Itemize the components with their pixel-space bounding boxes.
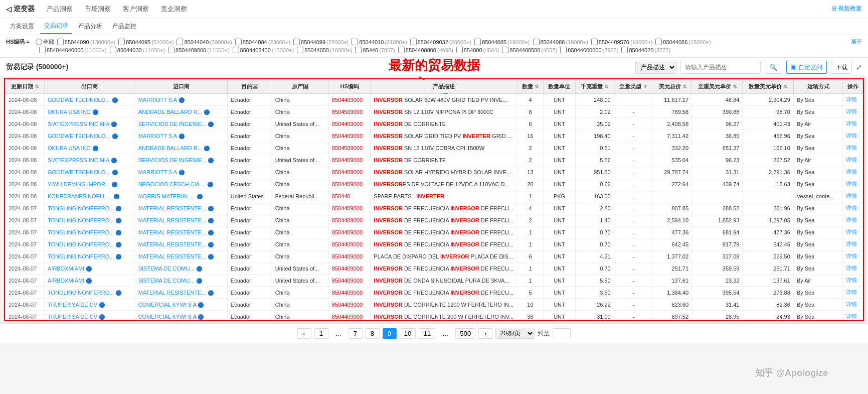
- hs-tag-6[interactable]: 8504409032(20000+): [410, 39, 472, 45]
- hs-tag-19[interactable]: 8504408500(4557): [502, 47, 557, 53]
- hs-checkbox-10[interactable]: [655, 39, 662, 45]
- hs-tag-11[interactable]: 854044040000(11000+): [39, 47, 107, 53]
- exporter-badge-icon[interactable]: 🔵: [99, 314, 105, 320]
- hs-tag-7[interactable]: 85044085(19000+): [474, 39, 530, 45]
- exporter-badge-icon[interactable]: 🔵: [92, 109, 98, 115]
- hs-tag-0[interactable]: 85044090(130000+): [57, 39, 115, 45]
- cell-hs-code[interactable]: 8504409000: [328, 130, 371, 142]
- exporter-badge-icon[interactable]: 🔵: [115, 206, 121, 211]
- exporter-badge-icon[interactable]: 🔵: [115, 290, 121, 296]
- cell-action[interactable]: 详情: [843, 202, 863, 214]
- importer-badge-icon[interactable]: 🔵: [196, 266, 202, 272]
- exporter-badge-icon[interactable]: 🔵: [92, 146, 98, 151]
- importer-badge-icon[interactable]: 🔵: [196, 278, 202, 284]
- cell-action[interactable]: 详情: [843, 275, 863, 287]
- hs-all-checkbox[interactable]: [36, 39, 42, 45]
- cell-action[interactable]: 详情: [843, 166, 863, 178]
- cell-action[interactable]: 详情: [843, 214, 863, 226]
- importer-badge-icon[interactable]: 🔵: [207, 182, 213, 187]
- cell-hs-code[interactable]: 8504409000: [328, 250, 371, 262]
- cell-action[interactable]: 详情: [843, 226, 863, 238]
- exporter-badge-icon[interactable]: 🔵: [115, 218, 121, 223]
- sort-kg-icon[interactable]: ⇅: [604, 84, 608, 89]
- importer-badge-icon[interactable]: 🔵: [208, 121, 214, 127]
- top-nav-market-insight[interactable]: 市场洞察: [85, 1, 111, 18]
- cell-hs-code[interactable]: 8504409000: [328, 238, 371, 250]
- hs-checkbox-2[interactable]: [177, 39, 183, 45]
- cell-action[interactable]: 详情: [843, 106, 863, 118]
- importer-badge-icon[interactable]: 🔵: [179, 170, 185, 175]
- cell-action[interactable]: 详情: [843, 178, 863, 190]
- search-button[interactable]: 🔍: [765, 61, 782, 74]
- importer-badge-icon[interactable]: 🔵: [198, 302, 204, 308]
- sort-usd-per-qty-icon[interactable]: ⇅: [783, 84, 787, 89]
- exporter-badge-icon[interactable]: 🔵: [111, 182, 117, 187]
- subnav-trade-records[interactable]: 交易记录: [40, 19, 72, 34]
- hs-tag-17[interactable]: 8504408800(4695): [398, 47, 453, 53]
- cell-action[interactable]: 详情: [843, 118, 863, 130]
- importer-badge-icon[interactable]: 🔵: [208, 290, 214, 296]
- importer-badge-icon[interactable]: 🔵: [208, 230, 214, 235]
- importer-badge-icon[interactable]: 🔵: [204, 109, 210, 115]
- hs-checkbox-15[interactable]: [297, 47, 303, 53]
- hs-checkbox-21[interactable]: [621, 47, 628, 53]
- cell-action[interactable]: 详情: [843, 311, 863, 321]
- cell-hs-code[interactable]: 8504509000: [328, 106, 371, 118]
- cell-action[interactable]: 详情: [843, 287, 863, 299]
- hs-tag-13[interactable]: 8504409000(11000+): [168, 47, 230, 53]
- importer-badge-icon[interactable]: 🔵: [179, 134, 185, 139]
- search-type-dropdown[interactable]: 产品描述: [635, 61, 676, 74]
- hs-checkbox-11[interactable]: [39, 47, 46, 53]
- hs-checkbox-7[interactable]: [474, 39, 481, 45]
- pagination-7[interactable]: 7: [349, 328, 363, 339]
- importer-badge-icon[interactable]: 🔵: [208, 158, 214, 163]
- cell-action[interactable]: 详情: [843, 190, 863, 202]
- hs-tag-20[interactable]: 85044000000(3923): [560, 47, 618, 53]
- exporter-badge-icon[interactable]: 🔵: [115, 254, 121, 259]
- hs-tag-2[interactable]: 85044040(39000+): [177, 39, 232, 45]
- exporter-badge-icon[interactable]: 🔵: [99, 302, 105, 308]
- importer-badge-icon[interactable]: 🔵: [208, 242, 214, 247]
- page-size-selector[interactable]: 20条/页 50条/页 100条/页: [495, 328, 535, 339]
- cell-hs-code[interactable]: 8504409000: [328, 287, 371, 299]
- pagination-8[interactable]: 8: [366, 328, 380, 339]
- hs-checkbox-17[interactable]: [398, 47, 405, 53]
- hs-checkbox-4[interactable]: [293, 39, 300, 45]
- back-arrow-icon[interactable]: ◁: [6, 5, 12, 13]
- exporter-badge-icon[interactable]: 🔵: [111, 158, 117, 163]
- hs-tag-21[interactable]: 85044020(3777): [621, 47, 670, 53]
- pagination-11[interactable]: 11: [419, 328, 435, 339]
- product-search-input[interactable]: [680, 61, 761, 74]
- sort-usd-total-icon[interactable]: ⇅: [682, 84, 686, 89]
- video-tutorial-link[interactable]: ⊞ 视频教案: [831, 5, 862, 13]
- cell-hs-code[interactable]: 8504409000: [328, 94, 371, 106]
- filter-weight-type-icon[interactable]: ▼: [643, 84, 648, 89]
- hs-checkbox-3[interactable]: [235, 39, 242, 45]
- hs-checkbox-20[interactable]: [560, 47, 567, 53]
- trade-table-scroll-wrapper[interactable]: 更新日期 ⇅ 出口商 进口商 目的国 原产国 HS编码 产品描述 数量 ⇅ 数量…: [5, 79, 863, 320]
- exporter-badge-icon[interactable]: 🔵: [86, 266, 92, 272]
- pagination-1[interactable]: 1: [314, 328, 328, 339]
- exporter-badge-icon[interactable]: 🔵: [113, 194, 119, 199]
- exporter-badge-icon[interactable]: 🔵: [112, 97, 118, 103]
- cell-hs-code[interactable]: 8504409000: [328, 202, 371, 214]
- hs-tag-3[interactable]: 85044084(23000+): [235, 39, 290, 45]
- hs-checkbox-12[interactable]: [110, 47, 116, 53]
- hs-checkbox-0[interactable]: [57, 39, 64, 45]
- cell-hs-code[interactable]: 8504409000: [328, 166, 371, 178]
- hs-tag-14[interactable]: 8504408400(10000+): [233, 47, 294, 53]
- importer-badge-icon[interactable]: 🔵: [197, 194, 203, 199]
- pagination-prev[interactable]: ‹: [297, 328, 311, 339]
- hs-checkbox-19[interactable]: [502, 47, 508, 53]
- cell-hs-code[interactable]: 8504409000: [328, 226, 371, 238]
- pagination-500[interactable]: 500: [455, 328, 475, 339]
- cell-action[interactable]: 详情: [843, 154, 863, 166]
- cell-hs-code[interactable]: 8504409000: [328, 154, 371, 166]
- pagination-next[interactable]: ›: [478, 328, 492, 339]
- hs-tag-16[interactable]: 85440(7857): [355, 47, 395, 53]
- hs-tag-15[interactable]: 85044050(10000+): [297, 47, 352, 53]
- cell-action[interactable]: 详情: [843, 94, 863, 106]
- hs-checkbox-5[interactable]: [352, 39, 358, 45]
- top-nav-competitor-insight[interactable]: 竞企洞察: [161, 1, 187, 18]
- exporter-badge-icon[interactable]: 🔵: [115, 242, 121, 247]
